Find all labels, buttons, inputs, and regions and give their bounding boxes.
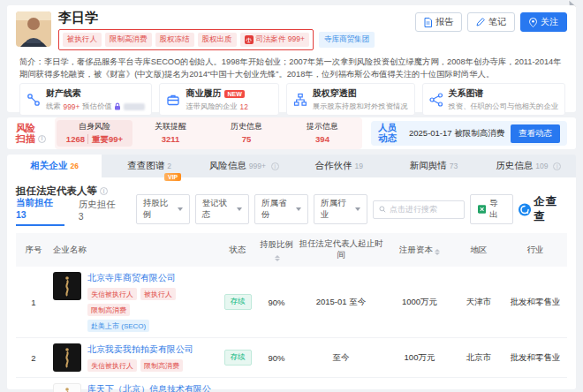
self-risk-stat[interactable]: 自身风险 1268重要99+ bbox=[57, 120, 132, 147]
table-row: 3 库天下（北京）信息技术有限公司 失信被执行人 被执行人 限制高消费 存续 - bbox=[16, 378, 567, 392]
col-header-ratio[interactable]: 持股比例 bbox=[256, 234, 297, 267]
personnel-dynamics-title: 人员 动态 bbox=[378, 123, 397, 143]
clue-link-icon bbox=[26, 93, 41, 107]
report-button[interactable]: 报告 bbox=[415, 12, 462, 32]
new-badge: NEW bbox=[224, 90, 244, 98]
company-logo bbox=[53, 272, 81, 300]
chevron-down-icon bbox=[296, 207, 301, 211]
main-tabbar: 相关企业26 查查图谱2 风险信息999+i 合作伙伴19 新闻舆情73 历史信… bbox=[7, 155, 576, 177]
chevron-down-icon bbox=[355, 207, 360, 211]
info-icon[interactable]: i bbox=[38, 135, 46, 143]
personnel-dynamics: 人员 动态 2025-01-17 被限制高消费 查看动态 bbox=[371, 121, 567, 146]
sort-icon bbox=[275, 255, 280, 261]
view-dynamics-button[interactable]: 查看动态 bbox=[511, 124, 560, 143]
company-risk-tag: 失信被执行人 bbox=[87, 288, 137, 300]
risk-tag[interactable]: 限制高消费 bbox=[105, 33, 152, 47]
hint-info-stat[interactable]: 提示信息 394 bbox=[284, 120, 360, 147]
risk-scan-bar: 风险 扫描i 自身风险 1268重要99+ 关联提醒 3211 历史信息 75 … bbox=[7, 117, 576, 149]
note-button[interactable]: 笔记 bbox=[467, 12, 515, 32]
legal-representative-section: VIP 担任法定代表人等i 当前担任 13 历史担任 3 持股比例 登记状态 所… bbox=[7, 177, 576, 389]
judicial-case-tag[interactable]: 司法案件 999+ bbox=[240, 33, 310, 47]
blurred-value bbox=[124, 103, 145, 110]
related-reminder-stat[interactable]: 关联提醒 3211 bbox=[132, 120, 208, 147]
history-info-stat[interactable]: 历史信息 75 bbox=[208, 120, 284, 147]
export-button[interactable]: 导出 bbox=[470, 194, 513, 224]
company-risk-tag: 限制高消费 bbox=[87, 304, 130, 316]
risk-company-count: 12 bbox=[240, 102, 248, 111]
companies-table: 序号 企业名称 状态 持股比例 担任法定代表人起止时间 注册资本 地区 行业 1… bbox=[16, 233, 567, 392]
property-clues-card[interactable]: 财产线索 线索 999+ 预估价值 bbox=[19, 83, 152, 116]
table-header-row: 序号 企业名称 状态 持股比例 担任法定代表人起止时间 注册资本 地区 行业 bbox=[16, 233, 567, 267]
table-controls: 当前担任 13 历史担任 3 持股比例 登记状态 所属省份 所属行业 导出 企查… bbox=[16, 205, 567, 226]
col-header-period: 担任法定代表人起止时间 bbox=[297, 233, 385, 267]
feature-card-row: 财产线索 线索 999+ 预估价值 商业履历NEW 连带风险的企业12 股权穿透… bbox=[19, 83, 565, 116]
chevron-down-icon bbox=[178, 207, 183, 211]
qichacha-logo-icon bbox=[519, 203, 531, 216]
company-link[interactable]: 北京我卖我拍拍卖有限公司 bbox=[87, 343, 193, 356]
tab-qcc-graph[interactable]: 查查图谱2 bbox=[102, 155, 196, 177]
clue-count: 999+ bbox=[64, 102, 80, 111]
filter-province[interactable]: 所属省份 bbox=[254, 194, 308, 224]
header-actions: 报告 笔记 关注 bbox=[415, 12, 567, 32]
page-title: 李日学 bbox=[58, 10, 98, 26]
share-nodes-icon bbox=[429, 93, 443, 107]
avatar bbox=[16, 11, 51, 47]
tab-history-info[interactable]: 历史信息109i bbox=[481, 155, 576, 177]
briefcase-icon bbox=[166, 93, 180, 107]
sort-icon bbox=[435, 249, 440, 255]
tab-news[interactable]: 新闻舆情73 bbox=[386, 155, 481, 177]
status-badge: 存续 bbox=[224, 350, 252, 366]
excel-icon bbox=[478, 205, 486, 214]
pencil-icon bbox=[476, 18, 485, 26]
company-risk-tag: 被执行人 bbox=[140, 288, 176, 300]
table-row: 2 北京我卖我拍拍卖有限公司 失信被执行人 限制高消费 存续 90% 至今 10… bbox=[16, 338, 567, 378]
filter-industry[interactable]: 所属行业 bbox=[314, 194, 367, 224]
personnel-latest-event: 2025-01-17 被限制高消费 bbox=[409, 128, 511, 139]
person-intro: 简介：李日学，奢侈品服务平台寺库SECOO的创始人。1998年开始创业；2007… bbox=[19, 56, 565, 81]
tab-partners[interactable]: 合作伙伴19 bbox=[292, 155, 386, 177]
lock-icon bbox=[114, 102, 121, 110]
document-icon bbox=[424, 18, 432, 27]
col-header-no: 序号 bbox=[16, 239, 51, 261]
listed-tag: 赴美上市 (SECO) bbox=[87, 320, 149, 332]
col-header-name: 企业名称 bbox=[51, 239, 219, 261]
risk-tags-highlight-box: 被执行人 限制高消费 股权冻结 股权出质 司法案件 999+ bbox=[58, 29, 314, 50]
company-link[interactable]: 北京寺库商贸有限公司 bbox=[87, 272, 217, 284]
company-logo bbox=[53, 343, 81, 372]
table-row: 1 北京寺库商贸有限公司 失信被执行人 被执行人 限制高消费 赴美上市 (SEC… bbox=[16, 267, 567, 338]
scales-icon bbox=[245, 35, 254, 44]
tab-related-companies[interactable]: 相关企业26 bbox=[7, 155, 102, 177]
col-header-status: 状态 bbox=[219, 239, 256, 261]
risk-stats: 自身风险 1268重要99+ 关联提醒 3211 历史信息 75 提示信息 39… bbox=[55, 117, 362, 149]
risk-tag-row: 被执行人 限制高消费 股权冻结 股权出质 司法案件 999+ 寺库商贸集团 bbox=[58, 29, 375, 50]
info-icon: i bbox=[271, 162, 279, 170]
group-tag[interactable]: 寺库商贸集团 bbox=[319, 32, 375, 48]
company-logo bbox=[53, 383, 81, 392]
pin-icon bbox=[529, 18, 537, 27]
search-box[interactable] bbox=[373, 200, 465, 219]
risk-tag[interactable]: 股权冻结 bbox=[155, 33, 194, 47]
search-icon bbox=[379, 205, 386, 214]
relationship-graph-card[interactable]: 关系图谱 投资、任职的公司与他相关的企业 bbox=[422, 83, 565, 116]
search-input[interactable] bbox=[390, 205, 458, 214]
equity-penetration-card[interactable]: 股权穿透图 展示股东持股和对外投资情况 bbox=[286, 83, 415, 116]
col-header-capital[interactable]: 注册资本 bbox=[385, 239, 454, 261]
chevron-down-icon bbox=[237, 207, 242, 211]
subtab-history-positions[interactable]: 历史担任 3 bbox=[79, 199, 122, 226]
col-header-region: 地区 bbox=[454, 239, 504, 261]
risk-tag[interactable]: 股权出质 bbox=[198, 33, 237, 47]
filter-registration-status[interactable]: 登记状态 bbox=[195, 194, 249, 224]
qichacha-brand: 企查查 bbox=[519, 194, 567, 224]
risk-tag[interactable]: 被执行人 bbox=[63, 33, 102, 47]
follow-button[interactable]: 关注 bbox=[520, 12, 567, 32]
subtab-current-positions[interactable]: 当前担任 13 bbox=[16, 197, 64, 226]
company-risk-tag: 失信被执行人 bbox=[87, 359, 137, 372]
tab-risk-info[interactable]: 风险信息999+i bbox=[197, 155, 292, 177]
info-icon[interactable]: i bbox=[100, 187, 108, 195]
info-icon: i bbox=[553, 162, 561, 170]
business-history-card[interactable]: 商业履历NEW 连带风险的企业12 bbox=[159, 83, 278, 116]
company-risk-tag: 限制高消费 bbox=[140, 359, 183, 372]
company-link[interactable]: 库天下（北京）信息技术有限公司 bbox=[87, 383, 217, 392]
filter-shareholding-ratio[interactable]: 持股比例 bbox=[136, 194, 190, 224]
org-chart-icon bbox=[293, 93, 307, 107]
